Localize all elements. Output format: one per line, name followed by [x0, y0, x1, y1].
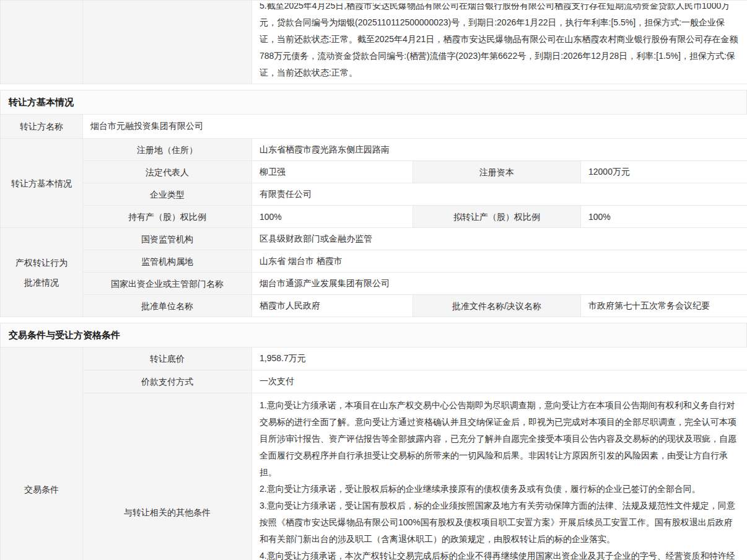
regulator-region-label: 监管机构属地	[83, 250, 252, 273]
table-row: 法定代表人 柳卫强 注册资本 12000万元	[1, 161, 747, 183]
transferor-table: 转让方名称 烟台市元融投资集团有限公司 转让方基本情况 注册地（住所） 山东省栖…	[0, 114, 747, 317]
legal-rep-label: 法定代表人	[83, 161, 252, 183]
loan-status-clip: 5.截至2025年4月25日,栖霞市安达民爆物品有限公司在烟台银行股份有限公司栖…	[260, 3, 740, 81]
holding-ratio-value: 100%	[252, 206, 413, 228]
approval-doc-value: 市政府第七十五次常务会议纪要	[581, 295, 747, 317]
transfer-ratio-label: 拟转让产（股）权比例	[413, 206, 581, 228]
loan-status-paragraph: 5.截至2025年4月25日,栖霞市安达民爆物品有限公司在烟台银行股份有限公司栖…	[260, 3, 740, 81]
legal-rep-value: 柳卫强	[252, 161, 413, 183]
reg-capital-label: 注册资本	[413, 161, 581, 183]
cut-group-label-cell	[1, 1, 83, 84]
section-gap	[0, 84, 747, 90]
table-row: 转让方名称 烟台市元融投资集团有限公司	[1, 115, 747, 139]
condition-paragraph: 4.意向受让方须承诺，本次产权转让交易完成后标的企业不得再继续使用国家出资企业及…	[260, 548, 740, 560]
transferor-basic-group-label: 转让方基本情况	[1, 139, 83, 228]
condition-paragraph: 1.意向受让方须承诺，本项目在山东产权交易中心公告期即为尽职调查期，意向受让方在…	[260, 397, 740, 481]
other-conditions-label: 与转让相关的其他条件	[83, 393, 252, 560]
table-row: 交易条件 转让底价 1,958.7万元	[1, 348, 747, 370]
regulator-label: 国资监管机构	[83, 228, 252, 250]
conditions-table: 交易条件 转让底价 1,958.7万元 价款支付方式 一次支付 与转让相关的其他…	[0, 347, 747, 560]
payment-method-value: 一次支付	[252, 370, 747, 393]
section-gap	[0, 317, 747, 323]
table-row: 企业类型 有限责任公司	[1, 183, 747, 206]
table-row: 监管机构属地 山东省 烟台市 栖霞市	[1, 250, 747, 273]
reg-capital-value: 12000万元	[581, 161, 747, 183]
approval-group-label: 产权转让行为 批准情况	[1, 228, 83, 317]
other-conditions-cell: 1.意向受让方须承诺，本项目在山东产权交易中心公告期即为尽职调查期，意向受让方在…	[252, 393, 747, 560]
enterprise-type-value: 有限责任公司	[252, 183, 747, 206]
conditions-group-label: 交易条件	[1, 348, 83, 560]
reg-address-value: 山东省栖霞市霞光路东侧庄园路南	[252, 139, 747, 161]
approval-unit-label: 批准单位名称	[83, 295, 252, 317]
transferor-name-value: 烟台市元融投资集团有限公司	[83, 115, 747, 139]
table-row: 产权转让行为 批准情况 国资监管机构 区县级财政部门或金融办监管	[1, 228, 747, 250]
table-row: 价款支付方式 一次支付	[1, 370, 747, 393]
floor-price-label: 转让底价	[83, 348, 252, 370]
floor-price-value: 1,958.7万元	[252, 348, 747, 370]
enterprise-type-label: 企业类型	[83, 183, 252, 206]
other-conditions-text: 1.意向受让方须承诺，本项目在山东产权交易中心公告期即为尽职调查期，意向受让方在…	[260, 396, 740, 560]
regulator-region-value: 山东省 烟台市 栖霞市	[252, 250, 747, 273]
state-investor-value: 烟台市通源产业发展集团有限公司	[252, 273, 747, 295]
loan-disclosure-table: 5.截至2025年4月25日,栖霞市安达民爆物品有限公司在烟台银行股份有限公司栖…	[0, 0, 747, 84]
table-row: 与转让相关的其他条件 1.意向受让方须承诺，本项目在山东产权交易中心公告期即为尽…	[1, 393, 747, 560]
table-row: 转让方基本情况 注册地（住所） 山东省栖霞市霞光路东侧庄园路南	[1, 139, 747, 161]
cut-sublabel-cell	[83, 1, 252, 84]
section-header-conditions: 交易条件与受让方资格条件	[0, 323, 747, 347]
table-row: 持有产（股）权比例 100% 拟转让产（股）权比例 100%	[1, 206, 747, 228]
transfer-ratio-value: 100%	[581, 206, 747, 228]
transferor-name-label: 转让方名称	[1, 115, 83, 139]
approval-unit-value: 栖霞市人民政府	[252, 295, 413, 317]
state-investor-label: 国家出资企业或主管部门名称	[83, 273, 252, 295]
regulator-value: 区县级财政部门或金融办监管	[252, 228, 747, 250]
holding-ratio-label: 持有产（股）权比例	[83, 206, 252, 228]
condition-paragraph: 3.意向受让方须承诺，受让国有股权后，标的企业须按照国家及地方有关劳动保障方面的…	[260, 497, 740, 548]
payment-method-label: 价款支付方式	[83, 370, 252, 393]
table-row: 批准单位名称 栖霞市人民政府 批准文件名称/决议名称 市政府第七十五次常务会议纪…	[1, 295, 747, 317]
reg-address-label: 注册地（住所）	[83, 139, 252, 161]
approval-doc-label: 批准文件名称/决议名称	[413, 295, 581, 317]
loan-status-cell: 5.截至2025年4月25日,栖霞市安达民爆物品有限公司在烟台银行股份有限公司栖…	[252, 1, 747, 84]
table-row: 国家出资企业或主管部门名称 烟台市通源产业发展集团有限公司	[1, 273, 747, 295]
condition-paragraph: 2.意向受让方须承诺，受让股权后标的企业继续承接原有的债权债务及或有负债，履行标…	[260, 481, 740, 497]
section-header-transferor: 转让方基本情况	[0, 90, 747, 114]
